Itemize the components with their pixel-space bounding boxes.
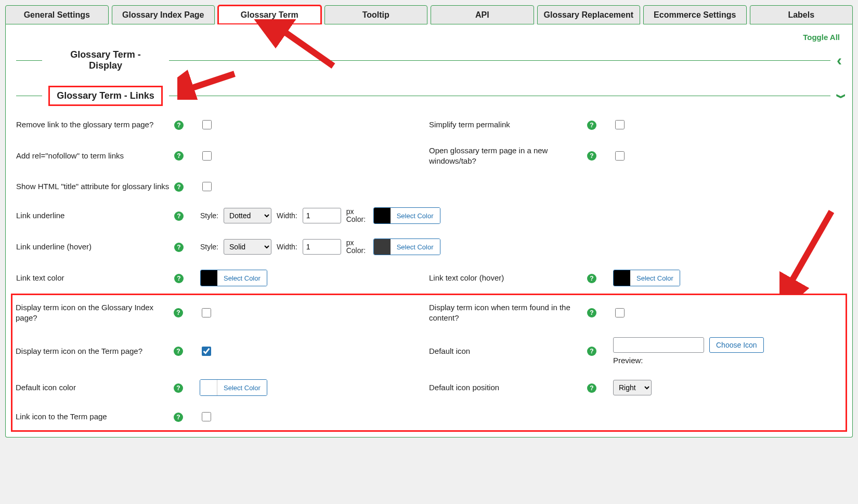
- tab-general-settings[interactable]: General Settings: [5, 5, 109, 24]
- help-icon[interactable]: ?: [174, 121, 184, 130]
- setting-icon-term-page: Display term icon on the Term page? ?: [16, 330, 429, 372]
- select-color-button[interactable]: Select Color: [630, 270, 680, 286]
- setting-icon-index: Display term icon on the Glossary Index …: [16, 295, 429, 330]
- help-icon[interactable]: ?: [174, 413, 183, 422]
- help-icon[interactable]: ?: [174, 182, 184, 192]
- link-text-color-picker[interactable]: Select Color: [200, 270, 267, 286]
- setting-default-icon: Default icon ? Choose Icon Preview:: [429, 330, 842, 372]
- default-icon-color-picker[interactable]: Select Color: [200, 379, 267, 396]
- help-icon[interactable]: ?: [587, 347, 596, 356]
- underline-hover-color-picker[interactable]: Select Color: [373, 238, 440, 255]
- icon-content-checkbox[interactable]: [615, 308, 625, 317]
- tab-glossary-index-page[interactable]: Glossary Index Page: [112, 5, 215, 24]
- help-icon[interactable]: ?: [174, 308, 183, 317]
- highlighted-settings-block: Display term icon on the Glossary Index …: [11, 294, 847, 432]
- select-color-button[interactable]: Select Color: [391, 208, 440, 223]
- tab-glossary-replacement[interactable]: Glossary Replacement: [537, 5, 641, 24]
- preview-label: Preview:: [613, 356, 764, 365]
- select-color-button[interactable]: Select Color: [217, 380, 267, 395]
- chevron-down-icon[interactable]: ‹: [828, 94, 850, 99]
- underline-hover-style-select[interactable]: DottedSolidDashedNone: [224, 239, 271, 255]
- tab-tooltip[interactable]: Tooltip: [324, 5, 428, 24]
- setting-default-icon-color: Default icon color ? Select Color: [16, 372, 429, 403]
- section-header-display: Glossary Term - Display ‹: [16, 46, 842, 74]
- choose-icon-button[interactable]: Choose Icon: [709, 337, 764, 353]
- setting-simplify-permalink: Simplify term permalink ?: [429, 111, 842, 138]
- help-icon[interactable]: ?: [587, 121, 596, 130]
- setting-link-text-color-hover: Link text color (hover) ? Select Color: [429, 262, 842, 294]
- setting-remove-link: Remove link to the glossary term page? ?: [16, 111, 429, 138]
- link-text-hover-color-picker[interactable]: Select Color: [613, 270, 680, 286]
- section-title-display: Glossary Term - Display: [48, 46, 163, 74]
- icon-position-select[interactable]: LeftRight: [613, 380, 652, 395]
- underline-width-input[interactable]: [303, 208, 341, 223]
- underline-color-picker[interactable]: Select Color: [373, 207, 440, 224]
- setting-link-icon-term-page: Link icon to the Term page ?: [16, 403, 842, 430]
- help-icon[interactable]: ?: [587, 151, 596, 161]
- link-icon-term-page-checkbox[interactable]: [202, 412, 211, 421]
- help-icon[interactable]: ?: [174, 151, 184, 161]
- settings-panel: Toggle All Glossary Term - Display ‹ Glo…: [5, 24, 853, 437]
- color-swatch: [374, 208, 391, 223]
- color-swatch: [200, 380, 217, 395]
- default-icon-input[interactable]: [613, 337, 704, 353]
- toggle-all-link[interactable]: Toggle All: [803, 33, 840, 42]
- tab-ecommerce-settings[interactable]: Ecommerce Settings: [643, 5, 747, 24]
- help-icon[interactable]: ?: [587, 383, 596, 393]
- tab-labels[interactable]: Labels: [750, 5, 853, 24]
- help-icon[interactable]: ?: [174, 211, 184, 221]
- add-nofollow-checkbox[interactable]: [202, 151, 212, 161]
- setting-link-underline-hover: Link underline (hover) ? Style: DottedSo…: [16, 231, 842, 262]
- show-title-attr-checkbox[interactable]: [202, 182, 212, 191]
- open-new-window-checkbox[interactable]: [615, 151, 625, 161]
- select-color-button[interactable]: Select Color: [391, 239, 440, 255]
- icon-index-checkbox[interactable]: [202, 308, 211, 317]
- section-title-links: Glossary Term - Links: [48, 86, 163, 106]
- tab-glossary-term[interactable]: Glossary Term: [218, 5, 321, 24]
- help-icon[interactable]: ?: [174, 347, 183, 356]
- help-icon[interactable]: ?: [587, 274, 596, 283]
- tabs: General SettingsGlossary Index PageGloss…: [5, 5, 853, 24]
- help-icon[interactable]: ?: [587, 308, 596, 317]
- help-icon[interactable]: ?: [174, 243, 184, 252]
- color-swatch: [374, 239, 391, 255]
- setting-icon-content: Display term icon when term found in the…: [429, 295, 842, 330]
- chevron-left-icon[interactable]: ‹: [837, 52, 842, 68]
- tab-api[interactable]: API: [431, 5, 534, 24]
- setting-default-icon-position: Default icon position ? LeftRight: [429, 372, 842, 403]
- help-icon[interactable]: ?: [174, 383, 183, 393]
- icon-term-page-checkbox[interactable]: [202, 347, 211, 356]
- underline-style-select[interactable]: DottedSolidDashedNone: [224, 208, 271, 223]
- setting-link-text-color: Link text color ? Select Color: [16, 262, 429, 294]
- color-swatch: [201, 270, 217, 286]
- setting-show-title-attr: Show HTML "title" attribute for glossary…: [16, 173, 842, 200]
- simplify-permalink-checkbox[interactable]: [615, 120, 625, 129]
- help-icon[interactable]: ?: [174, 274, 184, 283]
- color-swatch: [614, 270, 630, 286]
- setting-add-nofollow: Add rel="nofollow" to term links ?: [16, 138, 429, 173]
- remove-link-checkbox[interactable]: [202, 120, 212, 129]
- select-color-button[interactable]: Select Color: [217, 270, 267, 286]
- setting-link-underline: Link underline ? Style: DottedSolidDashe…: [16, 200, 842, 231]
- section-header-links: Glossary Term - Links ‹: [16, 86, 842, 106]
- setting-open-new-window: Open glossary term page in a new windows…: [429, 138, 842, 173]
- underline-hover-width-input[interactable]: [303, 239, 341, 255]
